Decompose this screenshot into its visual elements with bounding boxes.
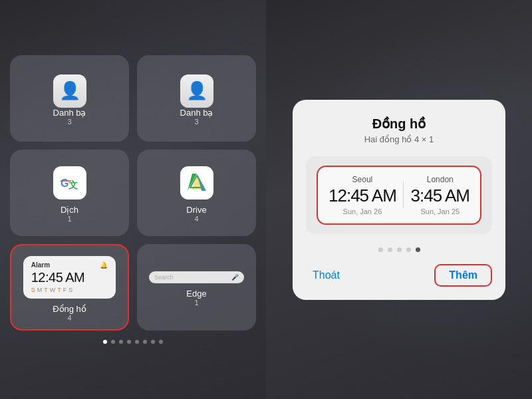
contacts-icon-1: 👤 (53, 74, 86, 108)
widget-drive[interactable]: Drive 4 (137, 150, 256, 236)
search-input-display: Search 🎤 (149, 271, 244, 283)
widget-label-danh-ba-1: Danh bạ (53, 108, 86, 118)
modal-card: Đồng hồ Hai đồng hồ 4 × 1 Seoul 12:45 AM… (293, 100, 505, 300)
edge-search-bar: Search 🎤 (149, 271, 244, 283)
widget-count-danh-ba-1: 3 (67, 118, 71, 126)
modal-dot-5 (416, 247, 420, 252)
modal-dot-4 (406, 247, 411, 252)
city-name-london: London (427, 175, 454, 184)
modal-title: Đồng hồ (372, 116, 426, 132)
alarm-icon: 🔔 (100, 261, 108, 269)
widget-label-edge: Edge (186, 289, 206, 299)
dot-6 (143, 340, 147, 344)
dot-7 (151, 340, 155, 344)
modal-dot-2 (388, 247, 392, 252)
widget-count-drive: 4 (194, 215, 198, 223)
widget-dich[interactable]: G 文 Dịch 1 (10, 150, 129, 236)
clock-preview: Seoul 12:45 AM Sun, Jan 26 London 3:45 A… (306, 156, 492, 234)
mic-icon: 🎤 (231, 274, 239, 281)
translate-icon: G 文 (53, 166, 86, 200)
modal-buttons: Thoát Thêm (306, 264, 492, 287)
search-placeholder: Search (154, 274, 174, 281)
widget-edge[interactable]: Search 🎤 Edge 1 (137, 244, 256, 331)
right-panel: Đồng hồ Hai đồng hồ 4 × 1 Seoul 12:45 AM… (266, 0, 532, 399)
widget-danh-ba-1[interactable]: 👤 Danh bạ 3 (10, 55, 129, 142)
contacts-icon-2: 👤 (180, 74, 213, 108)
city-name-seoul: Seoul (352, 175, 373, 184)
dot-2 (111, 340, 115, 344)
dot-8 (159, 340, 163, 344)
widget-grid: 👤 Danh bạ 3 👤 Danh bạ 3 G 文 Dịch 1 (10, 55, 256, 331)
dot-1 (103, 340, 107, 344)
clock-widget-content: Alarm 🔔 12:45 AM S M T W T F S (23, 256, 116, 299)
dot-3 (119, 340, 123, 344)
clock-widget-days: S M T W T F S (31, 287, 108, 293)
widget-label-dich: Dịch (61, 205, 78, 215)
widget-count-danh-ba-2: 3 (194, 118, 198, 126)
day-t2: T (57, 287, 61, 293)
day-s1: S (31, 287, 35, 293)
modal-dot-3 (397, 247, 402, 252)
widget-count-dich: 1 (67, 215, 71, 223)
day-m: M (37, 287, 43, 293)
day-s2: S (68, 287, 72, 293)
clock-city-london: London 3:45 AM Sun, Jan 25 (411, 175, 469, 215)
modal-subtitle: Hai đồng hồ 4 × 1 (364, 134, 434, 144)
dot-5 (135, 340, 139, 344)
clock-widget-time: 12:45 AM (31, 270, 108, 285)
clock-divider (403, 182, 404, 208)
clock-widget-header: Alarm 🔔 (31, 261, 108, 269)
page-dots (103, 340, 163, 344)
widget-label-dong-ho: Đồng hồ (53, 304, 86, 314)
widget-danh-ba-2[interactable]: 👤 Danh bạ 3 (137, 55, 256, 142)
day-w: W (50, 287, 56, 293)
drive-icon (180, 166, 213, 200)
widget-count-edge: 1 (194, 299, 198, 307)
cancel-button[interactable]: Thoát (306, 265, 346, 285)
left-panel: 👤 Danh bạ 3 👤 Danh bạ 3 G 文 Dịch 1 (0, 0, 266, 399)
widget-dong-ho[interactable]: Alarm 🔔 12:45 AM S M T W T F S Đồng hồ 4 (10, 244, 129, 331)
widget-label-drive: Drive (186, 205, 206, 215)
modal-dot-1 (378, 247, 383, 252)
alarm-label: Alarm (31, 261, 50, 269)
city-date-london: Sun, Jan 25 (420, 207, 460, 215)
add-button[interactable]: Thêm (434, 264, 492, 287)
city-time-seoul: 12:45 AM (329, 186, 396, 206)
day-t1: T (44, 287, 48, 293)
dot-4 (127, 340, 131, 344)
clock-city-seoul: Seoul 12:45 AM Sun, Jan 26 (329, 175, 396, 215)
widget-label-danh-ba-2: Danh bạ (180, 108, 213, 118)
dual-clock: Seoul 12:45 AM Sun, Jan 26 London 3:45 A… (317, 166, 481, 225)
widget-count-dong-ho: 4 (67, 314, 71, 322)
day-f: F (63, 287, 67, 293)
svg-text:G: G (61, 178, 68, 189)
city-time-london: 3:45 AM (411, 186, 469, 206)
city-date-seoul: Sun, Jan 26 (343, 207, 382, 215)
modal-page-dots (378, 247, 420, 252)
